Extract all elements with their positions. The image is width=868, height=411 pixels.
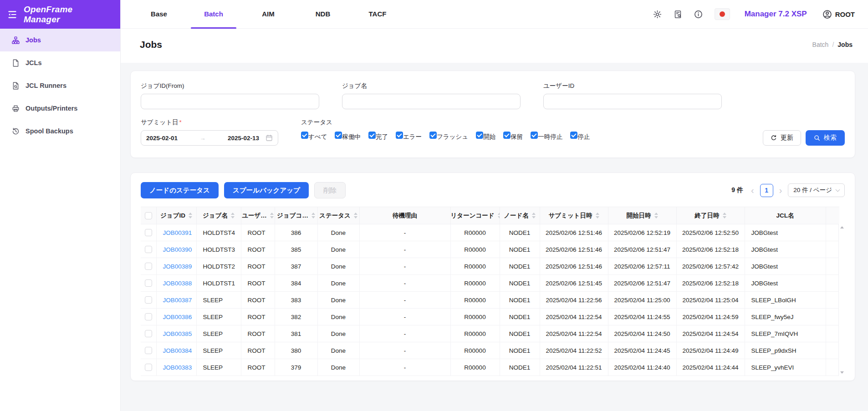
sidebar-item-jobs[interactable]: Jobs xyxy=(0,29,120,51)
select-all-checkbox[interactable] xyxy=(145,212,152,219)
cell-submit_time: 2025/02/04 11:22:52 xyxy=(540,342,608,359)
tab-batch[interactable]: Batch xyxy=(186,0,241,29)
column-header-wait_reason: 待機理由 xyxy=(359,207,450,224)
cell-node_name: NODE1 xyxy=(500,258,540,275)
column-header-job_code[interactable]: ジョブコ… xyxy=(275,207,317,224)
scroll-up-icon[interactable] xyxy=(840,226,844,228)
node-status-button[interactable]: ノードのステータス xyxy=(141,182,219,198)
arrow-right-icon: → xyxy=(182,135,223,142)
status-checkbox-6[interactable]: 保留 xyxy=(503,132,523,141)
job-id-link[interactable]: JOB00387 xyxy=(163,297,192,304)
page-size-select[interactable]: 20 件 / ページ xyxy=(788,183,845,197)
status-checkbox-7[interactable]: 一時停止 xyxy=(531,132,562,141)
job-id-link[interactable]: JOB00386 xyxy=(163,314,192,320)
row-checkbox[interactable] xyxy=(145,246,152,253)
cell-user: ROOT xyxy=(241,309,275,325)
job-name-input[interactable] xyxy=(342,94,521,109)
sidebar-item-outputs-printers[interactable]: Outputs/Printers xyxy=(0,97,120,120)
column-header-job_name[interactable]: ジョブ名 xyxy=(196,207,241,224)
submit-date-range-input[interactable]: 2025-02-01 → 2025-02-13 xyxy=(141,130,278,146)
column-header-submit_time[interactable]: サブミット日時 xyxy=(540,207,608,224)
tab-aim[interactable]: AIM xyxy=(241,0,296,29)
status-checkbox-5[interactable]: 開始 xyxy=(476,132,495,141)
sidebar-item-jcls[interactable]: JCLs xyxy=(0,51,120,74)
status-checkbox-3[interactable]: エラー xyxy=(396,132,422,141)
menu-collapse-icon[interactable] xyxy=(7,10,17,20)
cell-node_name: NODE1 xyxy=(500,359,540,376)
calendar-icon xyxy=(266,134,273,142)
tab-ndb[interactable]: NDB xyxy=(296,0,350,29)
row-checkbox[interactable] xyxy=(145,330,152,337)
cell-jcl_name: JOBGtest xyxy=(745,258,826,275)
cell-start_time: 2025/02/04 11:25:00 xyxy=(608,292,676,309)
cell-job_code: 386 xyxy=(275,224,317,241)
row-checkbox[interactable] xyxy=(145,296,152,304)
job-id-link[interactable]: JOB00390 xyxy=(163,246,192,253)
column-header-start_time[interactable]: 開始日時 xyxy=(608,207,676,224)
cell-return_code: R00000 xyxy=(450,325,500,342)
cell-select xyxy=(141,275,156,292)
job-id-link[interactable]: JOB00391 xyxy=(163,229,192,236)
tab-tacf[interactable]: TACF xyxy=(350,0,405,29)
language-flag-button[interactable] xyxy=(715,8,730,20)
column-header-user[interactable]: ユーザ… xyxy=(241,207,275,224)
job-id-link[interactable]: JOB00383 xyxy=(163,364,192,371)
cell-status: Done xyxy=(317,275,359,292)
breadcrumb-current: Jobs xyxy=(837,41,853,48)
status-checkbox-4[interactable]: フラッシュ xyxy=(429,132,468,141)
cell-job_id: JOB00391 xyxy=(156,224,196,241)
job-id-link[interactable]: JOB00385 xyxy=(163,330,192,337)
row-checkbox[interactable] xyxy=(145,279,152,287)
status-checkbox-2[interactable]: 完了 xyxy=(368,132,388,141)
job-id-link[interactable]: JOB00384 xyxy=(163,347,192,354)
column-label: 待機理由 xyxy=(393,212,417,219)
status-checkbox-0[interactable]: すべて xyxy=(301,132,327,141)
next-page-button[interactable]: › xyxy=(778,186,783,195)
column-header-status[interactable]: ステータス xyxy=(317,207,359,224)
current-page-button[interactable]: 1 xyxy=(760,184,773,197)
user-menu[interactable]: ROOT xyxy=(822,10,855,19)
job-id-link[interactable]: JOB00389 xyxy=(163,263,192,270)
cell-return_code: R00000 xyxy=(450,359,500,376)
cell-wait_reason: - xyxy=(359,292,450,309)
job-id-from-input[interactable] xyxy=(141,94,319,109)
row-checkbox[interactable] xyxy=(145,347,152,354)
column-header-job_id[interactable]: ジョブID xyxy=(156,207,196,224)
search-button[interactable]: 検索 xyxy=(806,130,845,146)
breadcrumb-parent[interactable]: Batch xyxy=(812,41,829,48)
table-scrollbar[interactable] xyxy=(838,224,845,376)
sidebar-item-jcl-runners[interactable]: JCL Runners xyxy=(0,74,120,97)
refresh-button[interactable]: 更新 xyxy=(763,130,801,146)
prev-page-button[interactable]: ‹ xyxy=(750,186,755,195)
column-header-end_time[interactable]: 終了日時 xyxy=(676,207,745,224)
column-header-return_code[interactable]: リターンコード xyxy=(450,207,500,224)
row-checkbox[interactable] xyxy=(145,263,152,270)
status-checkbox-1[interactable]: 稼働中 xyxy=(335,132,361,141)
spool-backup-button[interactable]: スプールバックアップ xyxy=(224,182,309,198)
status-checkbox-8[interactable]: 停止 xyxy=(570,132,590,141)
table-actions-row: ノードのステータス スプールバックアップ 削除 9 件 ‹ 1 › 20 件 /… xyxy=(141,182,845,198)
audit-log-icon[interactable] xyxy=(674,10,682,19)
status-checkbox-label: 保留 xyxy=(511,133,523,140)
info-icon[interactable] xyxy=(694,10,703,19)
user-id-input[interactable] xyxy=(543,94,722,109)
cell-user: ROOT xyxy=(241,325,275,342)
scroll-down-icon[interactable] xyxy=(840,371,844,374)
delete-button[interactable]: 削除 xyxy=(314,182,346,198)
row-checkbox[interactable] xyxy=(145,313,152,320)
tab-base[interactable]: Base xyxy=(132,0,186,29)
cell-user: ROOT xyxy=(241,241,275,258)
row-checkbox[interactable] xyxy=(145,229,152,236)
column-header-node_name[interactable]: ノード名 xyxy=(500,207,540,224)
settings-icon[interactable] xyxy=(653,10,662,19)
cell-end_time: 2025/02/04 11:24:59 xyxy=(676,309,745,325)
sidebar-item-spool-backups[interactable]: Spool Backups xyxy=(0,120,120,142)
cell-start_time: 2025/02/06 12:57:11 xyxy=(608,258,676,275)
row-checkbox[interactable] xyxy=(145,364,152,371)
checkbox-icon xyxy=(396,132,403,139)
job-id-link[interactable]: JOB00388 xyxy=(163,280,192,287)
column-header-select[interactable] xyxy=(141,207,156,224)
cell-submit_time: 2025/02/06 12:51:46 xyxy=(540,224,608,241)
cell-filler xyxy=(826,224,839,241)
sidebar-item-label: Outputs/Printers xyxy=(26,105,77,112)
